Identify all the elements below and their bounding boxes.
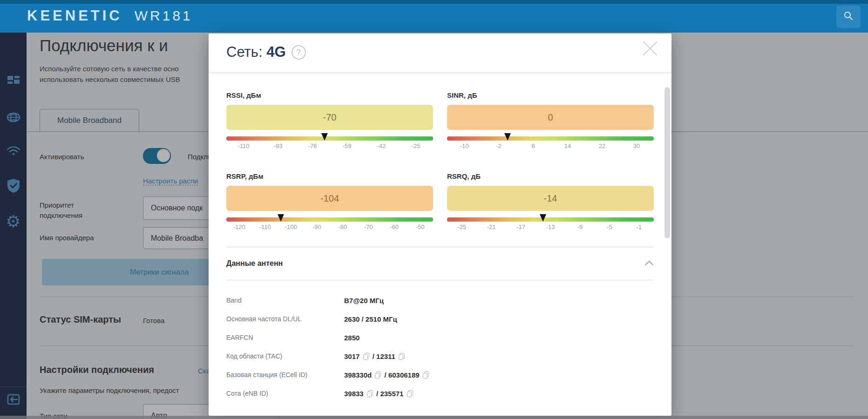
antenna-value-text: 12311 [376, 352, 395, 360]
antenna-value-text: 39833 [344, 390, 364, 398]
gauge-label-sinr: SINR, дБ [447, 91, 654, 99]
antenna-value-text: 2630 / 2510 МГц [344, 315, 397, 323]
gauge-scale-sinr [447, 136, 654, 141]
gauge-value-rsrp: -104 [226, 186, 433, 211]
help-icon[interactable]: ? [292, 45, 306, 60]
gauge-tick: -17 [516, 223, 525, 230]
gauge-tick: -120 [233, 223, 245, 230]
gauge-sinr: SINR, дБ0-10-26142230 [447, 91, 654, 152]
antenna-value-text: 2850 [344, 334, 359, 342]
antenna-row: Код области (TAC)3017 / 12311 [226, 352, 654, 361]
antenna-row-value: 398330d / 60306189 [344, 371, 430, 379]
signal-gauges: RSSI, дБм-70-110-93-76-59-42-25SINR, дБ0… [209, 73, 671, 233]
antenna-section-title: Данные антенн [226, 259, 283, 268]
value-separator: / [382, 371, 388, 379]
gauge-tick: -80 [338, 223, 347, 230]
antenna-value-text: B7@20 МГц [344, 297, 384, 304]
antenna-value-text: 235571 [380, 390, 403, 398]
antenna-row: BandB7@20 МГц [226, 296, 654, 305]
brand-logo: KEENETIC WR181 [27, 7, 193, 24]
antenna-row: EARFCN2850 [226, 333, 654, 342]
antenna-row-label: Основная частота DL/UL [226, 315, 344, 324]
gauge-tick: -93 [274, 142, 283, 149]
antenna-row-label: Сота (eNB ID) [226, 389, 344, 398]
gauge-value-rssi: -70 [226, 105, 433, 130]
search-button[interactable] [836, 6, 861, 28]
gauge-tick: -60 [390, 223, 399, 230]
gauge-scale-rsrq [447, 217, 654, 222]
network-4g-modal: Сеть: 4G? RSSI, дБм-70-110-93-76-59-42-2… [209, 34, 671, 416]
copy-icon[interactable] [367, 390, 373, 397]
gauge-label-rssi: RSSI, дБм [226, 91, 433, 99]
antenna-row-label: Базовая станция (ECell ID) [226, 371, 344, 379]
modal-title-value: 4G [266, 44, 285, 60]
app-window: KEENETIC WR181 [0, 0, 868, 419]
gauge-tick: -9 [577, 223, 583, 230]
gauge-tick: -42 [377, 142, 386, 149]
modal-title: Сеть: 4G? [226, 44, 306, 61]
modal-title-prefix: Сеть: [226, 44, 263, 60]
antenna-row-value: 2850 [344, 333, 359, 342]
close-button[interactable] [641, 39, 659, 58]
gauge-tick: -25 [412, 142, 420, 149]
copy-icon[interactable] [399, 353, 405, 360]
gauge-ticks-rssi: -110-93-76-59-42-25 [226, 142, 433, 152]
brand-name: KEENETIC [27, 7, 122, 24]
antenna-row: Базовая станция (ECell ID)398330d / 6030… [226, 371, 654, 379]
gauge-tick: -76 [308, 142, 317, 149]
gauge-tick: -25 [457, 223, 466, 230]
gauge-tick: -1 [637, 223, 642, 230]
gauge-tick: -2 [496, 142, 502, 149]
gauge-ticks-sinr: -10-26142230 [447, 142, 654, 152]
gauge-value-sinr: 0 [447, 105, 654, 130]
gauge-rsrq: RSRQ, дБ-14-25-21-17-13-9-5-1 [447, 172, 654, 233]
antenna-row-value: 3017 / 12311 [344, 352, 406, 361]
gauge-scale-rssi [226, 136, 433, 141]
gauge-tick: -110 [259, 223, 271, 230]
modal-scrollbar-thumb[interactable] [665, 87, 670, 238]
top-bar: KEENETIC WR181 [0, 0, 868, 33]
copy-icon[interactable] [423, 372, 429, 378]
gauge-tick: 22 [599, 142, 605, 149]
antenna-row-label: Код области (TAC) [226, 352, 344, 361]
antenna-row: Сота (eNB ID)39833 / 235571 [226, 389, 654, 398]
gauge-ticks-rsrp: -120-110-100-90-80-70-60-50 [226, 223, 433, 233]
gauge-tick: -5 [607, 223, 612, 230]
device-model: WR181 [135, 8, 193, 24]
gauge-tick: -100 [285, 223, 297, 230]
gauge-value-rsrq: -14 [447, 186, 654, 211]
gauge-tick: -59 [343, 142, 352, 149]
close-icon [641, 51, 659, 59]
chevron-up-icon[interactable] [644, 259, 654, 268]
gauge-ticks-rsrq: -25-21-17-13-9-5-1 [447, 223, 654, 233]
gauge-tick: -70 [364, 223, 373, 230]
antenna-value-text: 398330d [344, 371, 372, 379]
antenna-section-header[interactable]: Данные антенн [226, 247, 654, 280]
gauge-tick: -21 [487, 223, 496, 230]
antenna-row-value: B7@20 МГц [344, 296, 384, 305]
search-icon [843, 11, 854, 23]
gauge-tick: -50 [416, 223, 425, 230]
gauge-scale-rsrp [226, 217, 433, 222]
gauge-tick: 14 [564, 142, 571, 149]
modal-header: Сеть: 4G? [209, 34, 671, 73]
gauge-tick: -110 [237, 142, 249, 149]
gauge-tick: 30 [633, 142, 640, 149]
gauge-tick: -90 [312, 223, 321, 230]
antenna-data-table: BandB7@20 МГцОсновная частота DL/UL2630 … [209, 280, 671, 398]
antenna-row-label: EARFCN [226, 333, 344, 342]
value-separator: / [371, 352, 377, 360]
antenna-value-text: 60306189 [388, 371, 420, 379]
antenna-row-label: Band [226, 296, 344, 305]
gauge-tick: 6 [531, 142, 535, 149]
copy-icon[interactable] [407, 390, 413, 397]
antenna-value-text: 3017 [344, 352, 359, 360]
gauge-rssi: RSSI, дБм-70-110-93-76-59-42-25 [226, 91, 433, 152]
value-separator: / [374, 390, 380, 398]
gauge-label-rsrq: RSRQ, дБ [447, 172, 654, 180]
gauge-label-rsrp: RSRP, дБм [226, 172, 433, 180]
antenna-row-value: 2630 / 2510 МГц [344, 315, 397, 324]
copy-icon[interactable] [375, 372, 381, 378]
copy-icon[interactable] [363, 353, 369, 360]
antenna-row-value: 39833 / 235571 [344, 389, 414, 398]
